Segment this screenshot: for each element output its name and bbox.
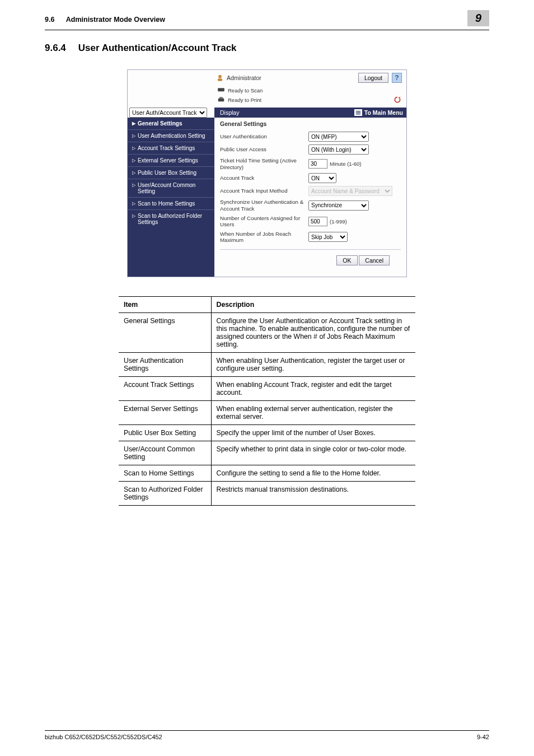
cell-item: Scan to Authorized Folder Settings bbox=[119, 482, 211, 506]
label-tickethold: Ticket Hold Time Setting (Active Directo… bbox=[220, 157, 304, 170]
select-sync[interactable]: Synchronize bbox=[308, 200, 369, 211]
table-row: Public User Box SettingSpecify the upper… bbox=[119, 425, 415, 441]
scan-icon bbox=[217, 87, 225, 94]
th-item: Item bbox=[119, 297, 211, 313]
sidebar-item-scanhome[interactable]: ▷Scan to Home Settings bbox=[128, 197, 214, 209]
logout-group: Logout ? bbox=[358, 73, 402, 83]
row-tickethold: Ticket Hold Time Setting (Active Directo… bbox=[220, 157, 401, 170]
table-row: External Server SettingsWhen enabling ex… bbox=[119, 401, 415, 425]
row-counters: Number of Counters Assigned for Users (1… bbox=[220, 215, 401, 228]
header-section-title: Administrator Mode Overview bbox=[66, 16, 165, 24]
svg-rect-5 bbox=[356, 111, 360, 111]
select-maxjobs[interactable]: Skip Job bbox=[308, 232, 348, 242]
ready-scan-text: Ready to Scan bbox=[228, 87, 263, 94]
cancel-button[interactable]: Cancel bbox=[359, 255, 390, 265]
cell-desc: Configure the User Authentication or Acc… bbox=[211, 313, 415, 353]
triangle-icon: ▷ bbox=[132, 183, 135, 188]
svg-rect-6 bbox=[356, 113, 360, 113]
button-row: OK Cancel bbox=[220, 249, 401, 271]
chapter-badge: 9 bbox=[467, 10, 489, 26]
triangle-icon: ▶ bbox=[132, 121, 135, 126]
cell-item: User Authentication Settings bbox=[119, 353, 211, 377]
display-button[interactable]: Display bbox=[214, 108, 351, 118]
cell-desc: Configure the setting to send a file to … bbox=[211, 465, 415, 482]
table-row: User Authentication SettingsWhen enablin… bbox=[119, 353, 415, 377]
triangle-icon: ▷ bbox=[132, 158, 135, 163]
sidebar-item-label: Public User Box Setting bbox=[138, 170, 196, 176]
cell-item: Account Track Settings bbox=[119, 377, 211, 401]
cell-item: User/Account Common Setting bbox=[119, 441, 211, 465]
sidebar-item-label: User Authentication Setting bbox=[138, 133, 205, 139]
label-maxjobs: When Number of Jobs Reach Maximum bbox=[220, 231, 304, 244]
print-icon bbox=[217, 96, 225, 103]
cell-desc: When enabling Account Track, register an… bbox=[211, 377, 415, 401]
tickethold-suffix: Minute (1-60) bbox=[330, 161, 362, 167]
table-header-row: Item Description bbox=[119, 297, 415, 313]
counters-range: (1-999) bbox=[330, 218, 347, 225]
label-counters: Number of Counters Assigned for Users bbox=[220, 215, 304, 228]
description-table: Item Description General SettingsConfigu… bbox=[119, 296, 415, 506]
label-acctinput: Account Track Input Method bbox=[220, 188, 304, 194]
triangle-icon: ▷ bbox=[132, 170, 135, 175]
sidebar-item-publicbox[interactable]: ▷Public User Box Setting bbox=[128, 166, 214, 179]
sidebar-item-label: Account Track Settings bbox=[138, 145, 195, 151]
sidebar-item-scanauth[interactable]: ▷Scan to Authorized Folder Settings bbox=[128, 209, 214, 228]
cell-desc: When enabling User Authentication, regis… bbox=[211, 353, 415, 377]
help-button[interactable]: ? bbox=[392, 73, 402, 83]
status-area: Ready to Scan Ready to Print bbox=[128, 86, 406, 108]
sidebar-item-label: Scan to Authorized Folder Settings bbox=[138, 213, 211, 225]
table-row: Scan to Home SettingsConfigure the setti… bbox=[119, 465, 415, 482]
label-userauth: User Authentication bbox=[220, 133, 304, 140]
section-heading: 9.6.4 User Authentication/Account Track bbox=[45, 43, 489, 54]
svg-rect-4 bbox=[219, 97, 223, 99]
sidebar-item-extserver[interactable]: ▷External Server Settings bbox=[128, 154, 214, 166]
sidebar-item-account[interactable]: ▷Account Track Settings bbox=[128, 142, 214, 154]
refresh-button[interactable] bbox=[393, 95, 402, 104]
select-accttrack[interactable]: ON bbox=[308, 173, 336, 183]
admin-icon bbox=[216, 74, 224, 82]
row-userauth: User Authentication ON (MFP) bbox=[220, 132, 401, 142]
status-scan: Ready to Scan bbox=[217, 87, 402, 94]
input-counters[interactable] bbox=[308, 217, 327, 226]
sidebar-item-general[interactable]: ▶General Settings bbox=[128, 118, 214, 129]
cell-item: External Server Settings bbox=[119, 401, 211, 425]
cell-desc: Specify whether to print data in single … bbox=[211, 441, 415, 465]
cell-item: Public User Box Setting bbox=[119, 425, 211, 441]
tab-select[interactable]: User Auth/Account Track bbox=[129, 108, 207, 118]
triangle-icon: ▷ bbox=[132, 133, 135, 138]
row-acctinput: Account Track Input Method Account Name … bbox=[220, 186, 401, 196]
triangle-icon: ▷ bbox=[132, 146, 135, 151]
section-title-text: User Authentication/Account Track bbox=[78, 43, 237, 54]
cell-desc: Restricts manual transmission destinatio… bbox=[211, 482, 415, 506]
admin-text: Administrator bbox=[227, 74, 261, 81]
sidebar-item-label: External Server Settings bbox=[138, 157, 198, 164]
sidebar-item-label: General Settings bbox=[138, 120, 182, 127]
select-userauth[interactable]: ON (MFP) bbox=[308, 132, 369, 142]
footer-model: bizhub C652/C652DS/C552/C552DS/C452 bbox=[45, 734, 162, 740]
row-accttrack: Account Track ON bbox=[220, 173, 401, 183]
page-header: 9.6 Administrator Mode Overview 9 bbox=[45, 0, 489, 30]
select-publicuser[interactable]: ON (With Login) bbox=[308, 144, 369, 155]
th-desc: Description bbox=[211, 297, 415, 313]
row-maxjobs: When Number of Jobs Reach Maximum Skip J… bbox=[220, 231, 401, 244]
content-heading: General Settings bbox=[220, 120, 401, 127]
header-section: 9.6 Administrator Mode Overview bbox=[45, 16, 165, 24]
screenshot-body: ▶General Settings ▷User Authentication S… bbox=[128, 118, 406, 277]
sidebar-item-userauth[interactable]: ▷User Authentication Setting bbox=[128, 129, 214, 142]
status-print: Ready to Print bbox=[217, 95, 402, 104]
triangle-icon: ▷ bbox=[132, 201, 135, 206]
cell-desc: When enabling external server authentica… bbox=[211, 401, 415, 425]
label-sync: Synchronize User Authentication & Accoun… bbox=[220, 199, 304, 212]
svg-point-0 bbox=[218, 75, 222, 78]
main-menu-button[interactable]: To Main Menu bbox=[351, 108, 406, 118]
sidebar-item-common[interactable]: ▷User/Account Common Setting bbox=[128, 179, 214, 197]
svg-rect-7 bbox=[356, 114, 360, 114]
content-pane: General Settings User Authentication ON … bbox=[214, 118, 406, 277]
logout-button[interactable]: Logout bbox=[358, 73, 388, 83]
table-row: General SettingsConfigure the User Authe… bbox=[119, 313, 415, 353]
ok-button[interactable]: OK bbox=[336, 255, 357, 265]
tab-select-wrap: User Auth/Account Track bbox=[128, 108, 214, 118]
table-row: Account Track SettingsWhen enabling Acco… bbox=[119, 377, 415, 401]
row-publicuser: Public User Access ON (With Login) bbox=[220, 144, 401, 155]
input-tickethold[interactable] bbox=[308, 159, 327, 169]
